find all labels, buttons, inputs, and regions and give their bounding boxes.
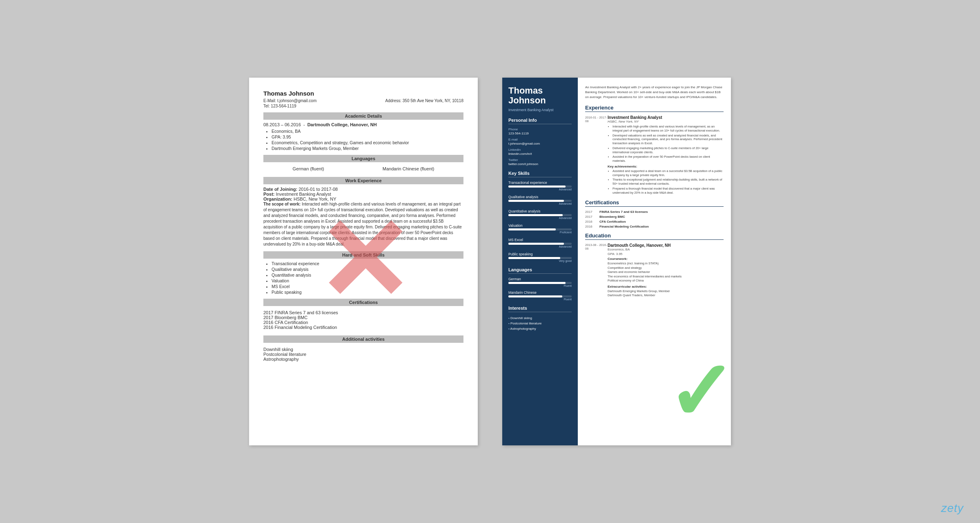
work-header: Work Experience <box>263 177 463 184</box>
twitter-label: Twitter <box>508 158 572 162</box>
exp-dates-0: 2016-01 - 2017-08 <box>585 115 608 195</box>
work-date: Date of Joining: 2016-01 to 2017-08 <box>263 187 463 192</box>
interest-0: Downhill skiing <box>508 315 572 321</box>
key-label-0: Key achievements: <box>608 165 724 168</box>
linkedin-label: LinkedIn <box>508 148 572 152</box>
cert-name-3: Financial Modeling Certification <box>599 225 649 228</box>
key-bullet-0-1: Thanks to exceptional judgment and relat… <box>612 178 724 186</box>
skill-level-2: Advanced <box>508 217 572 219</box>
cert-name-1: Bloomberg BMC <box>599 215 625 219</box>
cert-entry-0: 2017 FINRA Series 7 and 63 licenses <box>585 210 724 214</box>
lang-bar-bg-0 <box>508 282 572 284</box>
work-desc: The scope of work: Interacted with high-… <box>263 201 463 247</box>
edu-dates: 08.2013 – 06.2016 <box>263 122 301 127</box>
cert-name-2: CFA Certification <box>599 220 626 224</box>
cert-entry-1: 2017 Bloomberg BMC <box>585 215 724 219</box>
cert-0: 2017 FINRA Series 7 and 63 licenses <box>263 310 463 315</box>
edu-extra-0: Dartmouth Emerging Markets Group, Member… <box>608 289 724 298</box>
cert-year-2: 2016 <box>585 220 599 224</box>
exp-bullets-0: Interacted with high-profile clients and… <box>608 125 724 163</box>
certs-header: Certifications <box>263 299 463 306</box>
skill-5: Public speaking <box>272 290 463 295</box>
left-work: Date of Joining: 2016-01 to 2017-08 Post… <box>263 187 463 247</box>
skill-row-3: Valuation Proficient <box>508 224 572 234</box>
edu-school: Dartmouth College, Hanover, NH <box>307 122 377 127</box>
exp-bullet-0-0: Interacted with high-profile clients and… <box>612 125 724 133</box>
sidebar-name: Thomas Johnson <box>508 86 572 105</box>
skill-name-3: Valuation <box>508 224 572 228</box>
interests-list: Downhill skiing Postcolonial literature … <box>508 315 572 331</box>
edu-dates-right-0: 2013-08 - 2016-06 <box>585 243 608 298</box>
skill-row-2: Quantitative analysis Advanced <box>508 209 572 219</box>
lang-bar-fill-1 <box>508 295 562 297</box>
left-tel-row: Tel: 123-564-1119 <box>263 104 463 108</box>
skill-level-1: Advanced <box>508 202 572 205</box>
skill-1: Qualitative analysis <box>272 267 463 272</box>
lang-german: German (fluent) <box>293 166 324 171</box>
zety-logo: zety <box>941 502 964 515</box>
cert-2: 2016 CFA Certification <box>263 320 463 325</box>
address-info: Address: 350 5th Ave New York, NY, 10118 <box>385 98 463 103</box>
sidebar-title: Investment Banking Analyst <box>508 108 572 112</box>
edu-degree: Economics, BA <box>272 129 463 134</box>
skill-bar-fill-3 <box>508 228 556 230</box>
lang-mandarin: Mandarin Chinese (fluent) <box>383 166 434 171</box>
extra-label: Extracurricular activities: <box>608 285 724 288</box>
left-certs: 2017 FINRA Series 7 and 63 licenses 2017… <box>263 308 463 331</box>
cert-year-1: 2017 <box>585 215 599 219</box>
tel-info: Tel: 123-564-1119 <box>263 104 296 108</box>
exp-bullet-0-1: Developed valuations as well as created … <box>612 134 724 145</box>
lang-bar-bg-1 <box>508 295 572 297</box>
edu-courses-0: Econometrics (incl. training in STATA) C… <box>608 262 724 283</box>
exp-content-0: Investment Banking Analyst HSBC, New Yor… <box>608 115 724 195</box>
interest-2: Astrophotography <box>508 326 572 331</box>
skill-level-3: Proficient <box>508 231 572 234</box>
edu-degree-0: Economics, BA <box>608 248 724 251</box>
email-value: t.johnson@gmail.com <box>508 142 572 145</box>
left-additional: Downhill skiing Postcolonial literature … <box>263 345 463 363</box>
skill-bar-fill-0 <box>508 186 566 188</box>
skills-header: Hard and Soft Skills <box>263 251 463 259</box>
certs-list: 2017 FINRA Series 7 and 63 licenses 2017… <box>585 210 724 228</box>
left-edu-entry: 08.2013 – 06.2016 - Dartmouth College, H… <box>263 122 463 127</box>
exp-bullet-0-3: Assisted in the preparation of over 50 P… <box>612 155 724 163</box>
lang-level-1: Fluent <box>508 298 572 301</box>
skill-bar-fill-5 <box>508 257 560 259</box>
edu-entry-right-0: 2013-08 - 2016-06 Dartmouth College, Han… <box>585 243 724 298</box>
exp-section-title: Experience <box>585 105 724 112</box>
interest-1: Postcolonial literature <box>508 321 572 326</box>
right-sidebar: Thomas Johnson Investment Banking Analys… <box>502 78 578 445</box>
exp-bullet-0-2: Delivered engaging marketing pitches to … <box>612 146 724 154</box>
edu-school-0: Dartmouth College, Hanover, NH <box>608 243 724 248</box>
skill-level-4: Advanced <box>508 245 572 248</box>
add-1: Postcolonial literature <box>263 352 463 357</box>
languages-header: Languages <box>263 155 463 162</box>
left-name: Thomas Johnson <box>263 90 463 97</box>
skill-bar-bg-4 <box>508 243 572 245</box>
additional-header: Additional activities <box>263 335 463 343</box>
skill-row-0: Transactional experience Advanced <box>508 181 572 191</box>
right-resume: Thomas Johnson Investment Banking Analys… <box>502 78 731 445</box>
phone-label: Phone <box>508 127 572 131</box>
edu-content-0: Dartmouth College, Hanover, NH Economics… <box>608 243 724 298</box>
email-label: E-Mail: t.johnson@gmail.com <box>263 98 316 103</box>
skill-row-5: Public speaking Very good <box>508 252 572 262</box>
skill-bar-fill-4 <box>508 243 564 245</box>
skill-row-1: Qualitative analysis Advanced <box>508 195 572 205</box>
cert-entry-3: 2016 Financial Modeling Certification <box>585 225 724 228</box>
key-skills-title: Key Skills <box>508 171 572 177</box>
edu-section-title: Education <box>585 232 724 240</box>
coursework-label: Coursework: <box>608 257 724 261</box>
main-summary: An Investment Banking Analyst with 2+ ye… <box>585 85 724 100</box>
skill-bar-bg-5 <box>508 257 572 259</box>
twitter-value: twitter.com/t.johnson <box>508 162 572 166</box>
cert-entry-2: 2016 CFA Certification <box>585 220 724 224</box>
skill-bar-bg-3 <box>508 228 572 230</box>
lang-level-0: Fluent <box>508 284 572 287</box>
edu-gpa-0: GPA: 3.95 <box>608 252 724 256</box>
skill-name-5: Public speaking <box>508 252 572 256</box>
academic-header: Academic Details <box>263 112 463 120</box>
interests-title: Interests <box>508 306 572 312</box>
cert-3: 2016 Financial Modeling Certification <box>263 325 463 330</box>
exp-entry-0: 2016-01 - 2017-08 Investment Banking Ana… <box>585 115 724 195</box>
